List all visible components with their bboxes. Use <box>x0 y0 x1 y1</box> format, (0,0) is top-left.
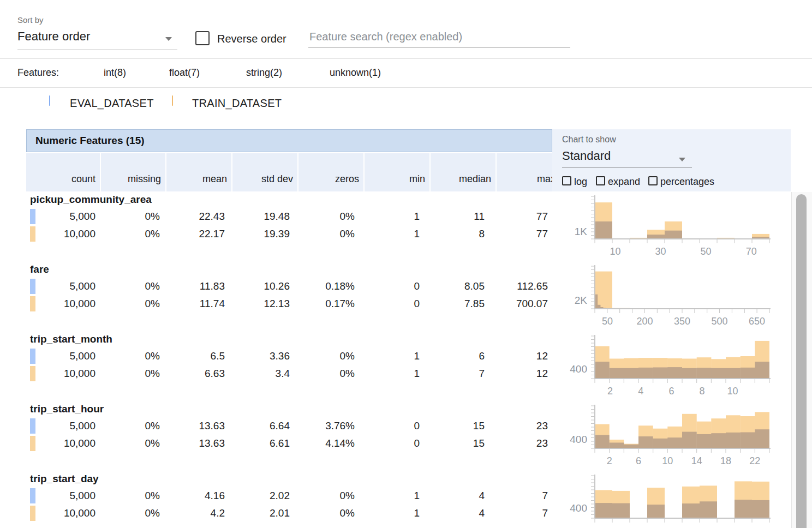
feature-name: trip_start_hour <box>30 403 104 415</box>
select-underline <box>562 167 692 167</box>
reverse-order-checkbox[interactable] <box>195 31 210 45</box>
expand-label: expand <box>608 176 640 188</box>
feature-group-trip_start_hour: trip_start_hour5,0000%13.636.643.76%0152… <box>26 401 552 471</box>
stat-value: 23 <box>489 418 552 434</box>
stat-value: 0% <box>294 348 359 364</box>
chart-controls-panel: Chart to show Standard log expand percen… <box>552 129 791 191</box>
stat-value: 0% <box>100 208 164 225</box>
train-stats-row: 10,0000%6.633.40%1712 <box>26 365 552 382</box>
svg-text:10: 10 <box>662 455 673 466</box>
expand-checkbox[interactable] <box>596 176 605 185</box>
stat-value: 4.16 <box>164 488 229 504</box>
feature-type-filter-band: Features: int(8) float(7) string(2) unkn… <box>0 58 812 88</box>
unknown-filter-label: unknown(1) <box>330 67 381 79</box>
svg-text:500: 500 <box>712 316 728 327</box>
stats-column-header-row: count missing mean std dev zeros min med… <box>26 153 552 191</box>
svg-text:350: 350 <box>674 316 690 327</box>
stat-value: 12.13 <box>229 296 294 312</box>
stat-value: 15 <box>424 435 489 452</box>
stat-value: 0% <box>100 435 164 452</box>
scrollbar-thumb[interactable] <box>796 194 807 528</box>
svg-text:50: 50 <box>701 246 712 257</box>
feature-name: fare <box>30 263 49 275</box>
stat-value: 4.14% <box>294 435 359 452</box>
eval-color-chip <box>30 418 35 434</box>
float-filter-label: float(7) <box>169 67 200 79</box>
stat-value: 5,000 <box>26 278 100 295</box>
svg-text:4: 4 <box>638 386 643 397</box>
svg-text:30: 30 <box>655 246 666 257</box>
stat-value: 11 <box>424 208 489 225</box>
stat-value: 7 <box>424 365 489 382</box>
eval-stats-row: 5,0000%4.162.020%147 <box>26 488 552 504</box>
check-icon <box>311 67 318 74</box>
percentages-checkbox[interactable] <box>648 176 658 185</box>
eval-stats-row: 5,0000%6.53.360%1612 <box>26 348 552 364</box>
column-header-count: count <box>26 153 100 191</box>
eval-color-chip <box>30 488 35 503</box>
svg-text:10: 10 <box>727 386 738 397</box>
stat-value: 0% <box>294 365 359 382</box>
histogram-trip_start_month: 400246810 <box>552 332 771 401</box>
stat-value: 0% <box>100 418 164 434</box>
stat-value: 7 <box>489 505 552 521</box>
svg-text:400: 400 <box>570 502 587 514</box>
chart-row-trip_start_day: 400 <box>552 471 771 528</box>
stat-value: 5,000 <box>26 418 100 434</box>
reverse-order-label: Reverse order <box>217 33 286 45</box>
stat-value: 0% <box>100 505 164 521</box>
feature-group-fare: fare5,0000%11.8310.260.18%08.05112.6510,… <box>26 262 552 332</box>
svg-text:650: 650 <box>749 316 765 327</box>
features-label: Features: <box>17 67 59 79</box>
stat-value: 0% <box>294 488 359 504</box>
stat-value: 8.05 <box>424 278 489 295</box>
train-dataset-checkbox[interactable] <box>172 95 173 106</box>
stat-value: 3.76% <box>294 418 359 434</box>
check-icon <box>85 67 92 74</box>
chart-row-trip_start_hour: 4002610141822 <box>552 401 771 471</box>
column-header-median: median <box>431 153 495 191</box>
check-icon <box>53 98 60 105</box>
svg-text:400: 400 <box>570 363 587 375</box>
log-checkbox[interactable] <box>562 176 571 185</box>
svg-text:70: 70 <box>746 246 757 257</box>
train-color-chip <box>30 436 35 451</box>
stat-value: 0 <box>359 418 424 434</box>
svg-text:2: 2 <box>607 455 612 466</box>
numeric-features-title: Numeric Features (15) <box>27 130 552 152</box>
numeric-features-header: Numeric Features (15) <box>26 129 552 152</box>
chart-row-pickup_community_area: 1K10305070 <box>552 192 771 262</box>
train-color-chip <box>30 506 35 521</box>
eval-dataset-label: EVAL_DATASET <box>70 97 154 110</box>
eval-dataset-checkbox[interactable] <box>49 95 50 106</box>
feature-group-pickup_community_area: pickup_community_area5,0000%22.4319.480%… <box>26 192 552 262</box>
check-icon <box>151 67 158 74</box>
stat-value: 13.63 <box>164 435 229 452</box>
eval-color-chip <box>30 279 35 294</box>
stat-value: 0 <box>359 278 424 295</box>
svg-text:6: 6 <box>636 455 641 466</box>
chart-row-trip_start_month: 400246810 <box>552 332 771 401</box>
feature-name: trip_start_month <box>30 333 112 345</box>
stat-value: 0% <box>100 296 164 312</box>
feature-name: trip_start_day <box>30 473 99 485</box>
chart-to-show-label: Chart to show <box>562 135 616 145</box>
eval-stats-row: 5,0000%13.636.643.76%01523 <box>26 418 552 434</box>
svg-text:18: 18 <box>720 455 731 466</box>
chart-type-select[interactable]: Standard <box>562 149 611 163</box>
check-icon <box>228 67 235 74</box>
percentages-label: percentages <box>660 176 714 188</box>
stat-value: 12 <box>489 365 552 382</box>
column-header-missing: missing <box>101 153 165 191</box>
eval-stats-row: 5,0000%22.4319.480%11177 <box>26 208 552 225</box>
stat-value: 3.4 <box>229 365 294 382</box>
svg-text:14: 14 <box>691 455 702 466</box>
stat-value: 77 <box>489 208 552 225</box>
stat-value: 1 <box>359 505 424 521</box>
sort-by-select[interactable]: Feature order <box>17 29 177 50</box>
train-stats-row: 10,0000%13.636.614.14%01523 <box>26 435 552 452</box>
histogram-pickup_community_area: 1K10305070 <box>552 192 771 262</box>
feature-search-input[interactable] <box>308 28 570 48</box>
svg-text:200: 200 <box>636 316 653 327</box>
stat-value: 1 <box>359 348 424 364</box>
